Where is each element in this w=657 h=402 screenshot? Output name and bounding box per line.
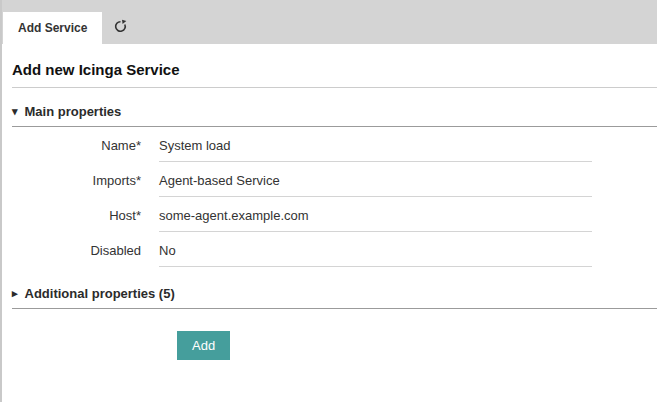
section-toggle-main-properties[interactable]: ▾ Main properties (12, 104, 657, 127)
form-row-imports: Imports* Agent-based Service (12, 173, 657, 197)
section-additional-properties-label: Additional properties (5) (25, 286, 175, 301)
caret-down-icon: ▾ (12, 105, 18, 118)
imports-field-label: Imports* (12, 173, 159, 188)
section-main-properties-label: Main properties (25, 104, 122, 119)
disabled-field-label: Disabled (12, 243, 159, 258)
add-button[interactable]: Add (177, 331, 230, 360)
name-field-label: Name* (12, 138, 159, 153)
name-input[interactable]: System load (159, 138, 592, 162)
form-row-name: Name* System load (12, 138, 657, 162)
app-window: Add Service Add new Icinga Service ▾ Mai… (0, 0, 657, 402)
tab-bar: Add Service (2, 0, 657, 44)
disabled-select[interactable]: No (159, 243, 592, 267)
refresh-button[interactable] (102, 12, 138, 44)
form-row-host: Host* some-agent.example.com (12, 208, 657, 232)
section-toggle-additional-properties[interactable]: ▸ Additional properties (5) (12, 286, 657, 309)
main-content: Add new Icinga Service ▾ Main properties… (2, 61, 657, 360)
caret-right-icon: ▸ (12, 287, 18, 300)
page-title: Add new Icinga Service (12, 61, 657, 88)
tab-add-service-label: Add Service (18, 21, 87, 35)
form-row-disabled: Disabled No (12, 243, 657, 267)
host-field-label: Host* (12, 208, 159, 223)
tab-add-service[interactable]: Add Service (3, 12, 102, 44)
imports-select[interactable]: Agent-based Service (159, 173, 592, 197)
refresh-icon (113, 18, 128, 38)
host-select[interactable]: some-agent.example.com (159, 208, 592, 232)
